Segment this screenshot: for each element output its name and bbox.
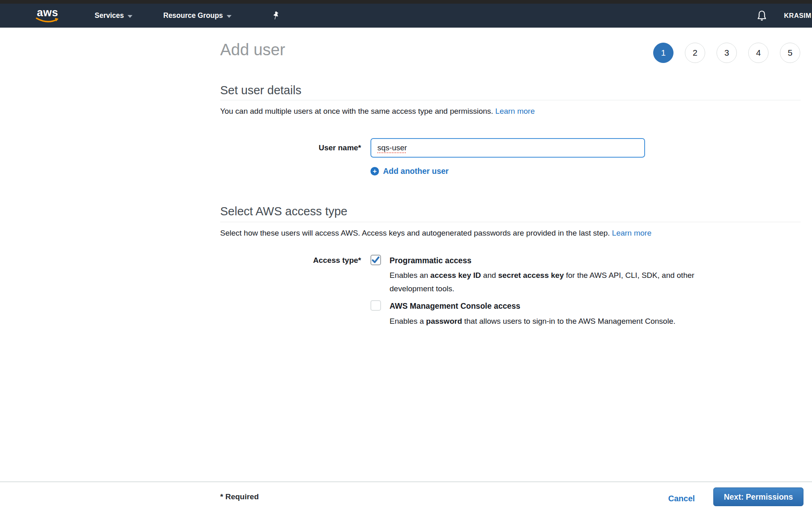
console-access-description: Enables a password that allows users to … — [390, 314, 719, 328]
console-access-title: AWS Management Console access — [390, 301, 520, 311]
navbar: aws Services Resource Groups KRASIM — [0, 4, 812, 28]
plus-circle-icon: + — [370, 167, 379, 175]
console-access-checkbox[interactable] — [370, 300, 381, 311]
user-details-description-text: You can add multiple users at once with … — [220, 107, 495, 115]
user-details-description: You can add multiple users at once with … — [220, 107, 535, 116]
user-name-input[interactable]: sqs-user — [370, 138, 645, 158]
nav-services[interactable]: Services — [95, 4, 132, 28]
desc-text: that allows users to sign-in to the AWS … — [462, 317, 676, 325]
account-menu[interactable]: KRASIM — [784, 4, 811, 28]
desc-bold: access key ID — [430, 271, 481, 279]
user-name-value: sqs-user — [377, 143, 407, 152]
cancel-button[interactable]: Cancel — [668, 494, 695, 503]
chevron-down-icon — [227, 15, 232, 18]
nav-resource-groups-label: Resource Groups — [163, 11, 223, 20]
desc-text: and — [481, 271, 498, 279]
programmatic-access-checkbox[interactable] — [370, 255, 381, 265]
add-another-user-button[interactable]: + Add another user — [370, 167, 448, 176]
access-type-heading: Select AWS access type — [220, 205, 347, 218]
desc-text: Enables a — [390, 317, 426, 325]
learn-more-link[interactable]: Learn more — [612, 229, 652, 237]
chevron-down-icon — [128, 15, 132, 18]
aws-logo-text: aws — [37, 8, 58, 17]
pin-button[interactable] — [271, 4, 280, 28]
section-divider — [220, 222, 801, 222]
nav-resource-groups[interactable]: Resource Groups — [163, 4, 232, 28]
access-type-description: Select how these users will access AWS. … — [220, 229, 652, 238]
section-divider — [220, 100, 801, 100]
browser-top-strip — [0, 0, 812, 4]
bell-icon — [756, 10, 767, 22]
wizard-step-4[interactable]: 4 — [748, 43, 769, 63]
add-user-page: Add user 1 2 3 4 5 Set user details You … — [0, 28, 812, 509]
account-menu-label: KRASIM — [784, 12, 811, 19]
required-note: * Required — [220, 492, 259, 501]
next-permissions-button[interactable]: Next: Permissions — [713, 487, 803, 506]
user-name-label: User name* — [220, 143, 361, 152]
wizard-step-1[interactable]: 1 — [653, 43, 673, 63]
nav-services-label: Services — [95, 11, 124, 20]
wizard-step-5[interactable]: 5 — [780, 43, 800, 63]
pushpin-icon — [271, 11, 280, 21]
aws-smile-icon — [36, 17, 59, 24]
wizard-step-3[interactable]: 3 — [717, 43, 737, 63]
user-details-heading: Set user details — [220, 84, 301, 97]
wizard-step-2[interactable]: 2 — [685, 43, 705, 63]
desc-bold: password — [426, 317, 462, 325]
desc-bold: secret access key — [498, 271, 564, 279]
footer-divider — [0, 481, 812, 482]
checkmark-icon — [371, 256, 380, 264]
learn-more-link[interactable]: Learn more — [495, 107, 535, 115]
access-type-label: Access type* — [220, 256, 361, 265]
desc-text: Enables an — [390, 271, 430, 279]
programmatic-access-title: Programmatic access — [390, 256, 472, 265]
add-another-user-label: Add another user — [383, 167, 448, 176]
aws-logo[interactable]: aws — [36, 4, 59, 28]
notifications-button[interactable] — [756, 4, 767, 28]
programmatic-access-description: Enables an access key ID and secret acce… — [390, 269, 719, 295]
wizard-steps: 1 2 3 4 5 — [653, 43, 800, 63]
access-type-description-text: Select how these users will access AWS. … — [220, 229, 612, 237]
page-title: Add user — [220, 41, 285, 59]
